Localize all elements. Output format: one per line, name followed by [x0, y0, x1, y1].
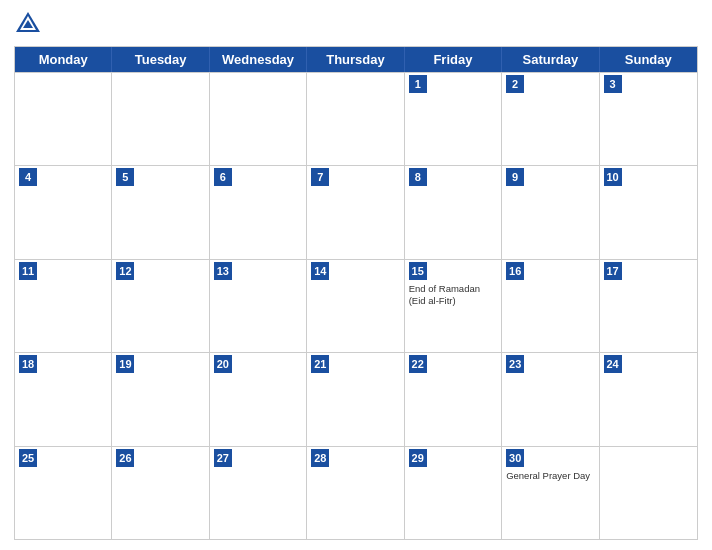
calendar-cell: 13: [210, 260, 307, 352]
cell-date-number: 13: [214, 262, 232, 280]
cell-date-number: 2: [506, 75, 524, 93]
calendar-cell: 25: [15, 447, 112, 539]
weekday-header: Sunday: [600, 47, 697, 72]
cell-date-number: 3: [604, 75, 622, 93]
calendar-cell: 19: [112, 353, 209, 445]
cell-date-number: 30: [506, 449, 524, 467]
cell-date-number: 27: [214, 449, 232, 467]
cell-event-label: End of Ramadan (Eid al-Fitr): [409, 283, 497, 308]
cell-date-number: 20: [214, 355, 232, 373]
cell-date-number: 5: [116, 168, 134, 186]
cell-date-number: 17: [604, 262, 622, 280]
cell-date-number: 9: [506, 168, 524, 186]
calendar-cell: 22: [405, 353, 502, 445]
cell-date-number: 4: [19, 168, 37, 186]
calendar-cell: [600, 447, 697, 539]
calendar-cell: 18: [15, 353, 112, 445]
calendar-cell: 27: [210, 447, 307, 539]
cell-date-number: 18: [19, 355, 37, 373]
cell-date-number: 16: [506, 262, 524, 280]
calendar-cell: 11: [15, 260, 112, 352]
calendar-cell: 23: [502, 353, 599, 445]
calendar-cell: 16: [502, 260, 599, 352]
logo: [14, 10, 46, 38]
calendar-cell: 26: [112, 447, 209, 539]
calendar-cell: [210, 73, 307, 165]
calendar-row: 123: [15, 72, 697, 165]
calendar-cell: 30General Prayer Day: [502, 447, 599, 539]
calendar-header-row: MondayTuesdayWednesdayThursdayFridaySatu…: [15, 47, 697, 72]
cell-date-number: 29: [409, 449, 427, 467]
cell-date-number: 11: [19, 262, 37, 280]
weekday-header: Wednesday: [210, 47, 307, 72]
calendar-cell: 7: [307, 166, 404, 258]
calendar-cell: 21: [307, 353, 404, 445]
calendar-cell: 10: [600, 166, 697, 258]
calendar-cell: 12: [112, 260, 209, 352]
logo-icon: [14, 10, 42, 38]
calendar-cell: 29: [405, 447, 502, 539]
calendar-body: 123456789101112131415End of Ramadan (Eid…: [15, 72, 697, 539]
weekday-header: Friday: [405, 47, 502, 72]
cell-event-label: General Prayer Day: [506, 470, 594, 482]
calendar-cell: 6: [210, 166, 307, 258]
calendar-cell: 17: [600, 260, 697, 352]
cell-date-number: 1: [409, 75, 427, 93]
calendar-cell: 1: [405, 73, 502, 165]
cell-date-number: 14: [311, 262, 329, 280]
calendar-cell: 24: [600, 353, 697, 445]
calendar-cell: [15, 73, 112, 165]
calendar-cell: 5: [112, 166, 209, 258]
calendar: MondayTuesdayWednesdayThursdayFridaySatu…: [14, 46, 698, 540]
calendar-row: 18192021222324: [15, 352, 697, 445]
cell-date-number: 21: [311, 355, 329, 373]
calendar-cell: 4: [15, 166, 112, 258]
calendar-cell: 20: [210, 353, 307, 445]
calendar-cell: 14: [307, 260, 404, 352]
calendar-cell: 8: [405, 166, 502, 258]
cell-date-number: 26: [116, 449, 134, 467]
cell-date-number: 8: [409, 168, 427, 186]
cell-date-number: 24: [604, 355, 622, 373]
cell-date-number: 19: [116, 355, 134, 373]
cell-date-number: 12: [116, 262, 134, 280]
cell-date-number: 28: [311, 449, 329, 467]
cell-date-number: 22: [409, 355, 427, 373]
calendar-cell: 9: [502, 166, 599, 258]
cell-date-number: 7: [311, 168, 329, 186]
cell-date-number: 25: [19, 449, 37, 467]
calendar-cell: 28: [307, 447, 404, 539]
calendar-row: 1112131415End of Ramadan (Eid al-Fitr)16…: [15, 259, 697, 352]
weekday-header: Thursday: [307, 47, 404, 72]
calendar-cell: 15End of Ramadan (Eid al-Fitr): [405, 260, 502, 352]
calendar-row: 45678910: [15, 165, 697, 258]
cell-date-number: 23: [506, 355, 524, 373]
calendar-cell: [307, 73, 404, 165]
calendar-cell: 3: [600, 73, 697, 165]
calendar-cell: [112, 73, 209, 165]
weekday-header: Tuesday: [112, 47, 209, 72]
cell-date-number: 6: [214, 168, 232, 186]
cell-date-number: 15: [409, 262, 427, 280]
calendar-cell: 2: [502, 73, 599, 165]
weekday-header: Saturday: [502, 47, 599, 72]
calendar-row: 252627282930General Prayer Day: [15, 446, 697, 539]
header: [14, 10, 698, 38]
weekday-header: Monday: [15, 47, 112, 72]
calendar-page: MondayTuesdayWednesdayThursdayFridaySatu…: [0, 0, 712, 550]
cell-date-number: 10: [604, 168, 622, 186]
